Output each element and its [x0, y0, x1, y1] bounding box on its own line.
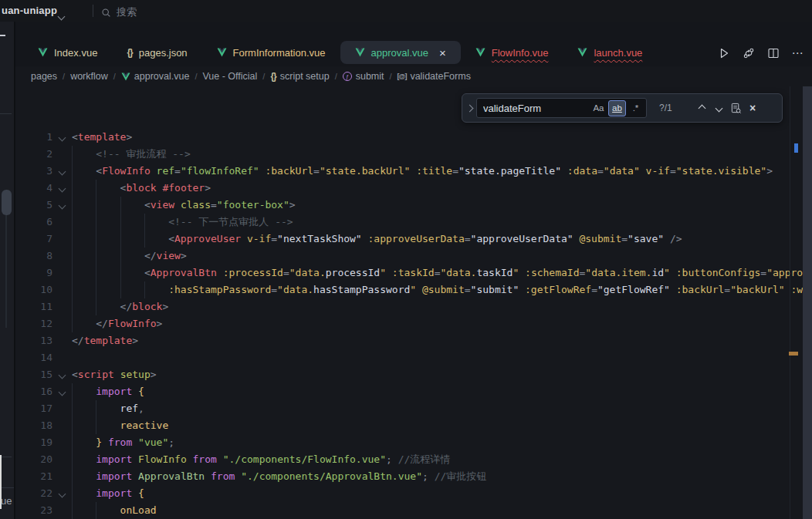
breadcrumb-separator: /	[262, 72, 265, 81]
fold-spacer	[52, 248, 72, 265]
code-line-7[interactable]: 7<ApproveUser v-if="nextTaskShow" :appro…	[15, 231, 803, 248]
line-number: 17	[15, 400, 52, 417]
breadcrumb-item-approval.vue[interactable]: approval.vue	[121, 71, 190, 82]
code-text: import ApprovalBtn from "./components/Ap…	[72, 468, 486, 485]
code-line-3[interactable]: 3<FlowInfo ref="flowInfoRef" :backUrl="s…	[15, 163, 803, 180]
code-text: </FlowInfo>	[72, 315, 162, 332]
fold-spacer	[52, 214, 72, 231]
code-text: reactive	[72, 417, 168, 434]
line-number: 16	[15, 383, 52, 400]
code-line-21[interactable]: 21import ApprovalBtn from "./components/…	[15, 468, 803, 485]
fold-spacer	[52, 349, 72, 366]
breadcrumb-item-pages[interactable]: pages	[31, 71, 57, 82]
sidebar-partial-filename[interactable]: ue	[1, 495, 12, 507]
code-line-2[interactable]: 2<!-- 审批流程 -->	[15, 146, 803, 163]
code-line-1[interactable]: 1<template>	[15, 129, 803, 146]
json-braces-icon: {}	[127, 47, 132, 58]
code-line-16[interactable]: 16import {	[15, 383, 803, 400]
fold-chevron-icon[interactable]	[52, 485, 72, 502]
tab-approval.vue[interactable]: approval.vue×	[340, 41, 461, 64]
line-number: 5	[15, 197, 52, 214]
tab-FormInformation.vue[interactable]: FormInformation.vue	[202, 41, 340, 64]
indent-guide	[72, 197, 144, 214]
code-line-23[interactable]: 23onLoad	[15, 502, 803, 519]
tab-FlowInfo.vue[interactable]: FlowInfo.vue	[461, 41, 563, 64]
code-line-20[interactable]: 20import FlowInfo from "./components/Flo…	[15, 451, 803, 468]
code-line-19[interactable]: 19} from "vue";	[15, 434, 803, 451]
code-line-12[interactable]: 12</FlowInfo>	[15, 315, 803, 332]
split-editor-button[interactable]	[766, 46, 780, 59]
code-text: <!-- 审批流程 -->	[72, 146, 191, 163]
code-line-4[interactable]: 4<block #footer>	[15, 180, 803, 197]
breadcrumb-item-submit[interactable]: ƒsubmit	[343, 71, 384, 82]
fold-chevron-icon[interactable]	[52, 383, 72, 400]
line-number: 4	[15, 180, 52, 197]
code-lines[interactable]: 1<template>2<!-- 审批流程 -->3<FlowInfo ref=…	[15, 129, 803, 519]
code-line-18[interactable]: 18reactive	[15, 417, 803, 434]
tab-pages.json[interactable]: {}pages.json	[112, 41, 201, 64]
workspace-name[interactable]: uan-uniapp	[2, 5, 57, 16]
code-line-9[interactable]: 9<ApprovalBtn :processId="data.processId…	[15, 265, 803, 281]
breadcrumb-separator: /	[63, 72, 65, 81]
breadcrumb-item-vue---official[interactable]: Vue - Official	[202, 71, 257, 82]
fold-chevron-icon[interactable]	[52, 197, 72, 214]
code-line-14[interactable]: 14	[15, 349, 803, 366]
open-changes-button[interactable]	[742, 46, 755, 59]
sidebar-scrollbar-thumb[interactable]	[2, 190, 12, 215]
run-button[interactable]	[717, 46, 730, 59]
tab-Index.vue[interactable]: Index.vue	[23, 41, 112, 64]
fold-spacer	[52, 434, 72, 451]
code-text: <script setup>	[72, 366, 157, 383]
editor-pane: Index.vue{}pages.jsonFormInformation.vue…	[15, 22, 812, 519]
fold-chevron-icon[interactable]	[52, 129, 72, 146]
toggle-replace-icon[interactable]	[462, 106, 476, 111]
code-line-8[interactable]: 8</view>	[15, 248, 803, 265]
tab-label: Index.vue	[54, 47, 97, 59]
match-case-toggle[interactable]: Aa	[590, 101, 607, 116]
breadcrumb-item-script-setup[interactable]: {}script setup	[270, 71, 329, 82]
overview-find-marker	[794, 143, 798, 153]
code-line-11[interactable]: 11</block>	[15, 298, 803, 315]
line-number: 12	[15, 315, 52, 332]
code-text: import {	[72, 485, 144, 502]
overview-ruler-border	[790, 86, 790, 519]
find-in-selection-button[interactable]	[727, 99, 744, 116]
code-text: <ApprovalBtn :processId="data.processId"…	[72, 265, 803, 281]
code-line-22[interactable]: 22import {	[15, 485, 803, 502]
tab-label: approval.vue	[371, 47, 428, 59]
find-input[interactable]	[483, 103, 589, 114]
code-line-17[interactable]: 17ref,	[15, 400, 803, 417]
close-icon[interactable]: ×	[439, 47, 446, 59]
titlebar-divider	[93, 5, 93, 17]
breadcrumb-item-validateforms[interactable]: [@]validateForms	[398, 71, 471, 82]
fold-chevron-icon[interactable]	[52, 163, 72, 180]
close-icon[interactable]: ×	[744, 99, 761, 116]
code-line-6[interactable]: 6<!-- 下一节点审批人 -->	[15, 214, 803, 231]
whole-word-toggle[interactable]: ab	[608, 100, 626, 116]
code-line-5[interactable]: 5<view class="footer-box">	[15, 197, 803, 214]
breadcrumb-label: validateForms	[410, 71, 471, 82]
chevron-down-icon[interactable]	[59, 8, 64, 22]
fold-chevron-icon[interactable]	[52, 366, 72, 383]
code-line-10[interactable]: 10:hasStampPassword="data.hasStampPasswo…	[15, 281, 803, 298]
more-actions-button[interactable]: ⋯	[791, 46, 804, 59]
code-text: <!-- 下一节点审批人 -->	[72, 214, 293, 231]
previous-match-button[interactable]	[693, 99, 710, 116]
breadcrumb-separator: /	[113, 72, 116, 81]
regex-toggle[interactable]: .*	[628, 101, 644, 116]
code-line-13[interactable]: 13</template>	[15, 332, 803, 349]
fold-spacer	[52, 502, 72, 519]
tab-launch.vue[interactable]: launch.vue	[563, 41, 657, 64]
vue-icon	[355, 48, 365, 57]
vue-icon	[577, 48, 587, 57]
code-text: import {	[72, 383, 144, 400]
right-edge-strip[interactable]	[803, 86, 812, 519]
command-center-search[interactable]: 搜索	[101, 5, 137, 19]
breadcrumb-label: submit	[356, 71, 384, 82]
code-line-15[interactable]: 15<script setup>	[15, 366, 803, 383]
indent-guide	[72, 180, 120, 197]
next-match-button[interactable]	[710, 99, 727, 116]
breadcrumb-item-workflow[interactable]: workflow	[70, 71, 108, 82]
indent-guide	[72, 231, 168, 248]
fold-chevron-icon[interactable]	[52, 180, 72, 197]
